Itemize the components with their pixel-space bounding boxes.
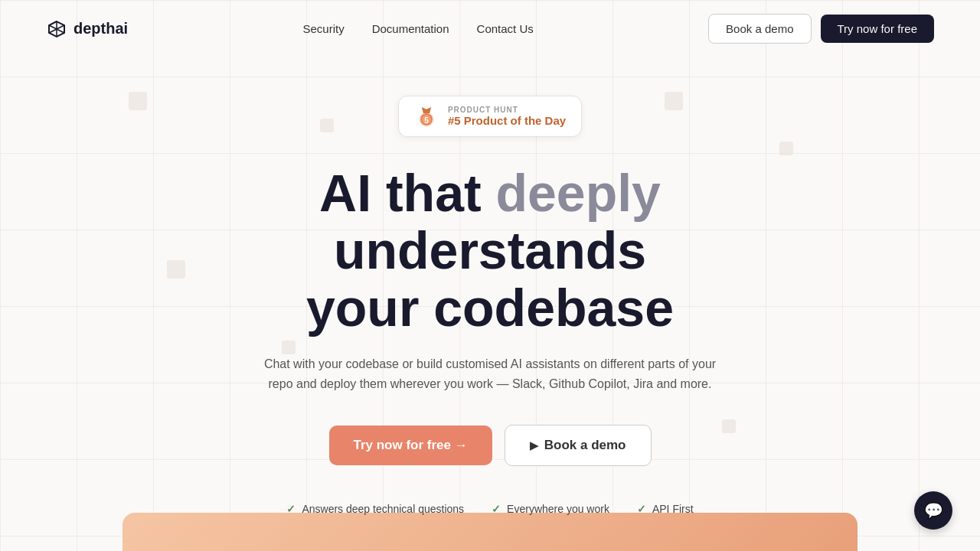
hero-heading-part1: AI that	[319, 164, 495, 222]
feature-pills: ✓ Answers deep technical questions ✓ Eve…	[286, 503, 693, 515]
feature-label-2: API First	[652, 503, 694, 515]
nav-actions: Book a demo Try now for free	[708, 14, 934, 44]
ph-label: PRODUCT HUNT	[448, 106, 566, 114]
logo-icon	[46, 18, 67, 40]
book-demo-button[interactable]: ▶ Book a demo	[505, 425, 652, 466]
chat-icon: 💬	[924, 501, 943, 520]
svg-text:5: 5	[424, 116, 429, 125]
hero-heading: AI that deeply understandsyour codebase	[184, 165, 796, 336]
product-hunt-badge[interactable]: 5 PRODUCT HUNT #5 Product of the Day	[398, 96, 582, 137]
bottom-section	[122, 513, 858, 551]
feature-pill-1: ✓ Everywhere you work	[492, 503, 609, 515]
try-free-button[interactable]: Try now for free →	[329, 425, 492, 465]
ph-title: #5 Product of the Day	[448, 114, 566, 127]
feature-pill-0: ✓ Answers deep technical questions	[286, 503, 464, 515]
feature-label-0: Answers deep technical questions	[302, 503, 464, 515]
cta-buttons: Try now for free → ▶ Book a demo	[329, 425, 652, 466]
logo-text: depthai	[74, 20, 128, 37]
hero-heading-highlight: deeply	[496, 164, 661, 222]
feature-label-1: Everywhere you work	[507, 503, 609, 515]
nav-links: Security Documentation Contact Us	[302, 22, 533, 35]
book-demo-label: Book a demo	[544, 438, 626, 453]
nav-try-free-button[interactable]: Try now for free	[821, 15, 934, 43]
chat-widget[interactable]: 💬	[914, 491, 952, 530]
hero-subtext: Chat with your codebase or build customi…	[260, 354, 720, 393]
nav-book-demo-button[interactable]: Book a demo	[708, 14, 811, 44]
medal-icon: 5	[414, 104, 439, 129]
nav-contact[interactable]: Contact Us	[477, 22, 534, 35]
ph-text: PRODUCT HUNT #5 Product of the Day	[448, 106, 566, 127]
hero-heading-part2: understandsyour codebase	[306, 221, 674, 337]
check-icon-0: ✓	[286, 503, 296, 515]
nav-security[interactable]: Security	[302, 22, 344, 35]
feature-pill-2: ✓ API First	[637, 503, 694, 515]
logo[interactable]: depthai	[46, 18, 128, 40]
check-icon-2: ✓	[637, 503, 646, 515]
check-icon-1: ✓	[492, 503, 501, 515]
nav-documentation[interactable]: Documentation	[372, 22, 449, 35]
play-icon: ▶	[530, 439, 538, 452]
